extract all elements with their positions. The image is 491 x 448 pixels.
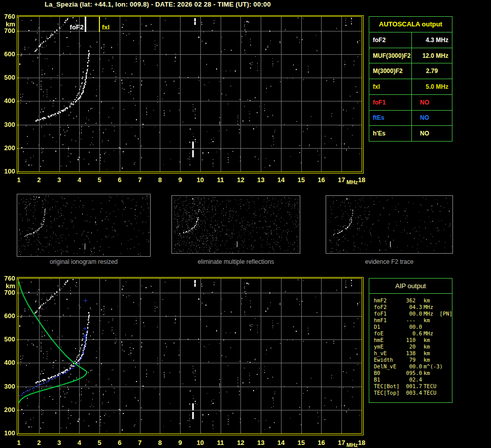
autoscala-row-value: 4.3 MHz: [412, 32, 452, 48]
aip-param-value: 00.0: [399, 311, 422, 317]
x-tick-label: 7: [133, 176, 147, 184]
aip-row: foE0.6MHz: [369, 330, 452, 337]
aip-row: foF100.0MHz [PN]: [369, 311, 452, 317]
aip-param-unit: TECU: [424, 383, 436, 390]
thumbnail-eliminate-reflections: [171, 195, 300, 254]
aip-row: hmF2362 km: [369, 297, 452, 304]
x-tick-label: 11: [214, 439, 227, 446]
y-axis-unit-label: km: [0, 283, 15, 290]
autoscala-row: ftEsNO: [369, 110, 452, 126]
aip-table-header: AIP output: [369, 279, 452, 294]
x-axis-unit-label: MHz: [346, 179, 358, 185]
x-tick-label: 7: [133, 439, 147, 446]
x-tick-label: 10: [194, 439, 207, 446]
x-tick-label: 15: [295, 176, 308, 184]
aip-param-name: hmF2: [374, 297, 399, 304]
aip-param-name: Ewidth: [374, 357, 399, 363]
autoscala-row: foF1NO: [369, 94, 452, 110]
aip-param-value: 110: [399, 337, 422, 343]
aip-param-value: ---: [399, 317, 422, 324]
aip-row: TEC[Bot]001.7TECU: [369, 383, 452, 390]
x-tick-label: 16: [314, 439, 328, 446]
aip-param-unit: km: [424, 370, 430, 376]
x-tick-label: 14: [274, 439, 288, 446]
autoscala-row-value: 12.0 MHz: [412, 48, 452, 63]
aip-param-unit: MHz: [424, 330, 433, 337]
x-tick-label: 16: [314, 176, 328, 184]
y-tick-label: 400: [0, 359, 15, 366]
x-axis-unit-label: MHz: [346, 442, 358, 448]
y-tick-label: 300: [0, 383, 15, 390]
x-tick-label: 8: [153, 439, 166, 446]
thumbnail-caption: evidence F2 trace: [326, 258, 453, 265]
autoscala-row: MUF(3000)F212.0 MHz: [369, 48, 452, 63]
aip-param-unit: TECU: [424, 390, 436, 396]
aip-param-name: foF2: [374, 304, 399, 311]
x-tick-label: 6: [113, 176, 126, 184]
autoscala-row-label: foF2: [369, 32, 412, 48]
x-tick-label: 13: [254, 176, 267, 184]
aip-param-unit: km: [424, 297, 430, 304]
autoscala-row-label: fxI: [369, 79, 412, 94]
aip-param-value: 138: [399, 350, 422, 357]
aip-param-unit: m^(-3): [424, 363, 443, 370]
aip-param-name: B1: [374, 376, 399, 383]
aip-param-name: B0: [374, 370, 399, 376]
autoscala-row-label: MUF(3000)F2: [369, 48, 412, 63]
aip-row: hmE110 km: [369, 337, 452, 343]
thumbnail-evidence-f2-trace: [326, 195, 453, 254]
aip-param-unit: km: [424, 343, 430, 350]
x-tick-label: 1: [12, 439, 25, 446]
aip-param-value: 095.0: [399, 370, 422, 376]
top-ionogram-plot: [17, 15, 364, 174]
aip-param-unit: km: [424, 350, 430, 357]
autoscala-row-value: NO: [412, 111, 452, 126]
y-tick-label: 100: [0, 430, 15, 437]
aip-param-unit: km: [424, 337, 430, 343]
x-tick-label: 14: [274, 176, 288, 184]
aip-param-value: 001.7: [399, 383, 422, 390]
aip-row: D100.0: [369, 324, 452, 330]
y-tick-label: 600: [0, 51, 15, 58]
thumbnail-original-ionogram: [17, 194, 151, 257]
x-tick-label: 5: [93, 176, 106, 184]
y-tick-label: 400: [0, 97, 15, 105]
x-tick-label: 15: [295, 439, 308, 446]
x-tick-label: 12: [234, 439, 247, 446]
thumbnail-caption: original ionogram resized: [17, 258, 151, 265]
bottom-ionogram-plot: [17, 277, 364, 435]
aip-param-name: TEC[Bot]: [374, 383, 399, 390]
y-tick-label: 600: [0, 313, 15, 320]
aip-param-value: 0.6: [399, 330, 422, 337]
x-tick-label: 8: [153, 176, 166, 184]
y-tick-label: 700: [0, 289, 15, 296]
autoscala-output-table: AUTOSCALA output foF24.3 MHzMUF(3000)F21…: [369, 16, 452, 142]
aip-row: foF204.3MHz: [369, 304, 452, 311]
x-tick-label: 1: [12, 176, 25, 184]
aip-param-value: 04.3: [399, 304, 422, 311]
aip-param-value: 20: [399, 343, 422, 350]
aip-param-value: 003.4: [399, 390, 422, 396]
aip-row: TEC[Top]003.4TECU: [369, 390, 452, 396]
aip-param-value: 02.4: [399, 376, 422, 383]
aip-param-value: 79: [399, 357, 422, 363]
fof2-marker-label: foF2: [67, 23, 84, 31]
aip-param-name: foE: [374, 330, 399, 337]
station-title: La_Spezia (lat: +44.1, lon: 009.8) - DAT…: [45, 1, 271, 8]
y-tick-label: 100: [0, 168, 15, 175]
x-tick-label: 13: [254, 439, 267, 446]
autoscala-row-value: 5.0 MHz: [412, 79, 452, 94]
autoscala-row-value: NO: [412, 126, 452, 141]
y-tick-label: 500: [0, 336, 15, 343]
aip-row: DelN_vE00.0m^(-3): [369, 363, 452, 370]
y-tick-label: 500: [0, 74, 15, 81]
autoscala-row: M(3000)F22.79: [369, 63, 452, 79]
aip-row: ymE20 km: [369, 343, 452, 350]
x-tick-label: 4: [73, 176, 86, 184]
aip-row: Ewidth79 km: [369, 357, 452, 363]
aip-row: B102.4: [369, 376, 452, 383]
aip-param-value: 00.0: [399, 324, 422, 330]
aip-param-unit: km: [424, 317, 430, 324]
x-tick-label: 2: [32, 439, 46, 446]
aip-output-table: AIP output hmF2362 kmfoF204.3MHzfoF100.0…: [369, 278, 452, 403]
